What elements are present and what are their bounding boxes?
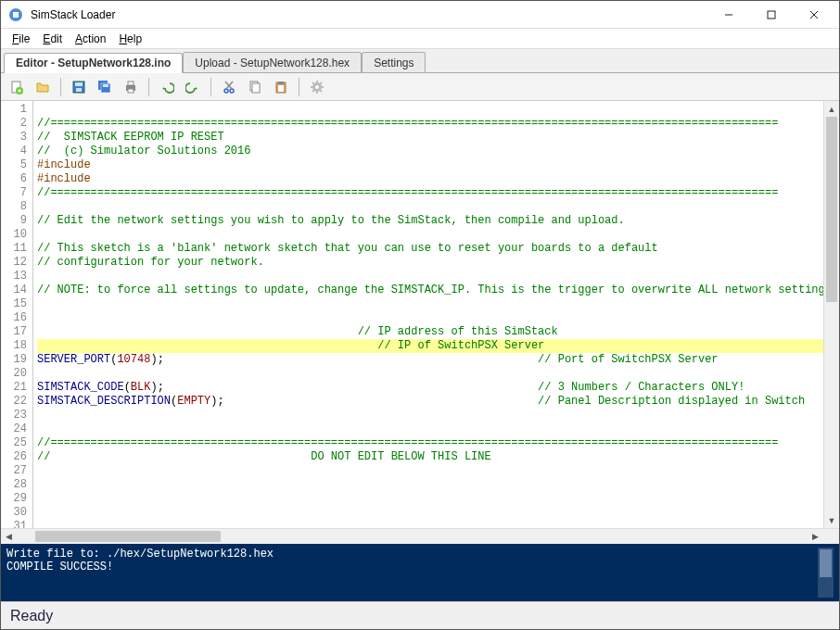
svg-rect-27 xyxy=(278,85,284,92)
app-icon xyxy=(8,7,23,22)
scroll-left-icon[interactable]: ◀ xyxy=(1,529,17,544)
svg-line-22 xyxy=(225,82,232,89)
tab-settings[interactable]: Settings xyxy=(362,52,426,72)
toolbar xyxy=(1,73,839,101)
svg-point-20 xyxy=(230,89,234,93)
svg-rect-15 xyxy=(103,84,108,87)
statusbar: Ready xyxy=(1,601,839,629)
console-line: COMPILE SUCCESS! xyxy=(6,561,113,573)
output-console: Write file to: ./hex/SetupNetwork128.hex… xyxy=(1,544,839,601)
editor-area: 1234567891011121314151617181920212223242… xyxy=(1,101,839,544)
horizontal-scrollbar[interactable]: ◀ ▶ xyxy=(1,528,839,544)
undo-button[interactable] xyxy=(155,76,179,98)
titlebar: SimStack Loader xyxy=(1,1,839,29)
svg-rect-18 xyxy=(128,89,134,93)
scroll-thumb[interactable] xyxy=(35,531,221,542)
svg-line-35 xyxy=(321,90,323,92)
redo-button[interactable] xyxy=(181,76,205,98)
svg-rect-1 xyxy=(13,12,19,18)
tab-label: Upload - SetupNetwork128.hex xyxy=(195,57,350,69)
scroll-thumb[interactable] xyxy=(826,117,837,302)
tab-upload[interactable]: Upload - SetupNetwork128.hex xyxy=(183,52,362,72)
separator xyxy=(148,78,149,96)
svg-point-29 xyxy=(315,85,319,89)
menu-file[interactable]: File xyxy=(6,31,35,47)
scroll-corner xyxy=(823,529,839,544)
vertical-scrollbar[interactable]: ▲ ▼ xyxy=(823,101,839,528)
scroll-down-icon[interactable]: ▼ xyxy=(824,512,839,528)
tab-label: Editor - SetupNetwork128.ino xyxy=(16,57,171,69)
svg-rect-26 xyxy=(278,82,284,84)
save-button[interactable] xyxy=(67,76,91,98)
console-line: Write file to: ./hex/SetupNetwork128.hex xyxy=(6,548,274,561)
tabbar: Editor - SetupNetwork128.ino Upload - Se… xyxy=(1,49,839,73)
separator xyxy=(299,78,299,96)
minimize-button[interactable] xyxy=(707,2,750,28)
copy-button[interactable] xyxy=(243,76,267,98)
code-editor[interactable]: //======================================… xyxy=(33,101,823,528)
close-button[interactable] xyxy=(793,2,835,28)
scroll-right-icon[interactable]: ▶ xyxy=(808,529,823,544)
svg-rect-11 xyxy=(75,82,83,86)
open-file-button[interactable] xyxy=(31,76,55,98)
new-file-button[interactable] xyxy=(5,76,29,98)
menubar: File Edit Action Help xyxy=(1,29,839,49)
svg-rect-3 xyxy=(768,11,775,19)
print-button[interactable] xyxy=(119,76,143,98)
console-scrollbar[interactable] xyxy=(818,548,834,598)
svg-line-36 xyxy=(312,90,314,92)
svg-rect-24 xyxy=(252,83,260,93)
settings-button[interactable] xyxy=(305,76,329,98)
window-controls xyxy=(707,2,835,28)
line-gutter: 1234567891011121314151617181920212223242… xyxy=(1,101,33,528)
menu-edit[interactable]: Edit xyxy=(37,31,68,47)
menu-action[interactable]: Action xyxy=(70,31,111,47)
svg-rect-17 xyxy=(128,82,134,85)
tab-editor[interactable]: Editor - SetupNetwork128.ino xyxy=(4,53,183,73)
separator xyxy=(210,78,211,96)
separator xyxy=(60,78,61,96)
status-text: Ready xyxy=(10,608,53,624)
menu-help[interactable]: Help xyxy=(113,31,147,47)
svg-line-21 xyxy=(226,82,233,89)
scroll-up-icon[interactable]: ▲ xyxy=(824,101,839,117)
window-title: SimStack Loader xyxy=(31,8,707,21)
save-all-button[interactable] xyxy=(93,76,117,98)
maximize-button[interactable] xyxy=(750,2,793,28)
svg-line-37 xyxy=(321,82,323,84)
svg-rect-12 xyxy=(76,88,82,92)
svg-line-34 xyxy=(312,82,314,84)
svg-point-19 xyxy=(224,89,228,93)
paste-button[interactable] xyxy=(269,76,293,98)
cut-button[interactable] xyxy=(217,76,241,98)
tab-label: Settings xyxy=(374,57,414,69)
